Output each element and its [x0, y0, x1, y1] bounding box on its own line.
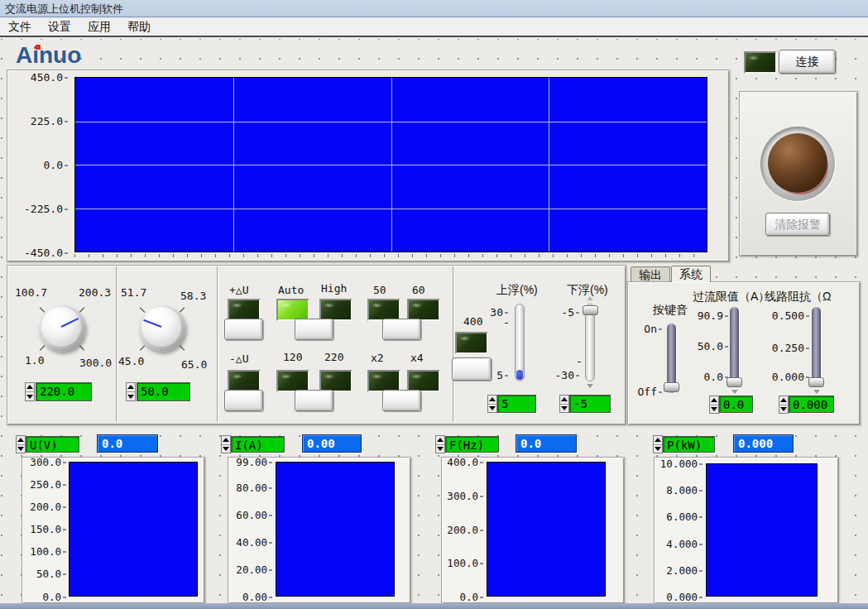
frequency-spinner[interactable]	[126, 382, 136, 401]
voltage-spinner[interactable]	[25, 382, 35, 401]
slider-down-arrow-icon[interactable]	[587, 384, 593, 388]
y-tick-label: 150.0	[25, 523, 66, 535]
over-current-slider[interactable]	[730, 307, 739, 386]
panel-divider	[453, 266, 453, 422]
slider-down-arrow-icon[interactable]	[731, 390, 738, 394]
line-impedance-slider[interactable]	[812, 307, 821, 386]
gridline	[549, 78, 549, 252]
hz60-label: 60	[412, 284, 425, 296]
du-plus-led-icon	[228, 299, 261, 321]
brand-logo-text: Ainuo	[16, 42, 81, 68]
over-current-title: 过流限值（A）	[693, 290, 770, 304]
frequency-scale-label: 51.7	[121, 286, 146, 299]
over-current-value-field[interactable]: 0.0	[719, 396, 753, 413]
y-tick-label: 100.0	[25, 545, 66, 558]
y-tick-label: 0.000	[659, 591, 703, 603]
over-current-spinner[interactable]	[709, 396, 719, 414]
y-tick-label: 225.0	[7, 115, 68, 127]
tab-output[interactable]: 输出	[631, 266, 670, 282]
high-led-icon	[319, 299, 352, 321]
title-bar[interactable]: 交流电源上位机控制软件	[0, 0, 868, 17]
main-waveform-plot	[74, 77, 707, 252]
window-bottom-edge	[0, 603, 868, 609]
meter-u-spinner[interactable]	[16, 435, 26, 453]
voltage-knob[interactable]	[39, 305, 85, 352]
meter-p-ring-selector[interactable]: P(kW)	[663, 436, 715, 453]
voltage-scale-label: 300.0	[79, 357, 112, 369]
float-down-value-field[interactable]: -5	[569, 395, 611, 413]
du-plus-button[interactable]	[224, 319, 263, 340]
hz50-hz60-button[interactable]	[382, 319, 421, 340]
meter-f-spinner[interactable]	[435, 435, 445, 453]
key-sound-slider-thumb[interactable]	[664, 382, 679, 392]
y-tick-label: 0.00	[234, 591, 272, 603]
meter-f-plot	[487, 462, 606, 597]
meter-u-plot	[69, 462, 198, 597]
voltage-value-field[interactable]: 220.0	[36, 382, 92, 401]
panel-divider	[217, 266, 218, 422]
v220-led-icon	[319, 370, 352, 392]
y-tick-label: 4.000	[659, 538, 703, 550]
slider-tick-label: -30	[548, 369, 579, 381]
x2-led-icon	[367, 370, 400, 392]
meter-u-ring-selector[interactable]: U(V)	[26, 436, 79, 453]
x4-led-icon	[407, 370, 440, 392]
meter-f-ring-selector[interactable]: F(Hz)	[445, 436, 499, 453]
slider-tick-label: 5	[480, 369, 508, 381]
frequency-knob-face	[141, 307, 181, 347]
x2-x4-button[interactable]	[382, 390, 421, 411]
float-up-spinner[interactable]	[487, 395, 497, 413]
line-impedance-value-field[interactable]: 0.000	[789, 396, 834, 413]
auto-label: Auto	[278, 284, 304, 296]
menu-app[interactable]: 应用	[79, 18, 119, 36]
frequency-knob[interactable]	[139, 305, 185, 352]
float-up-slider-fill[interactable]	[516, 370, 523, 380]
auto-high-button[interactable]	[295, 319, 333, 340]
meter-i-ring-selector[interactable]: I(A)	[231, 436, 285, 453]
menu-help[interactable]: 帮助	[119, 18, 159, 36]
connect-status-led-icon	[744, 51, 777, 74]
float-up-value-field[interactable]: 5	[497, 395, 536, 413]
key-sound-on-label: On	[631, 323, 662, 335]
menu-settings[interactable]: 设置	[40, 18, 79, 36]
v220-label: 220	[324, 351, 343, 363]
frequency-knob-needle	[143, 319, 161, 328]
slider-tick-label: 0.0	[693, 371, 728, 383]
du-plus-label: +△U	[229, 284, 248, 296]
slider-tick-label: 90.9	[693, 309, 728, 322]
key-sound-off-label: Off	[625, 386, 662, 398]
over-current-slider-thumb[interactable]	[727, 377, 742, 387]
line-impedance-slider-thumb[interactable]	[808, 377, 824, 387]
alarm-indicator-lamp-icon	[768, 133, 827, 193]
voltage-scale-label: 200.3	[79, 286, 111, 299]
meter-p-spinner[interactable]	[653, 435, 663, 453]
v120-v220-button[interactable]	[295, 390, 333, 411]
tab-system[interactable]: 系统	[671, 266, 711, 282]
float-up-slider[interactable]	[515, 304, 525, 381]
voltage-scale-label: 1.0	[25, 354, 44, 367]
voltage-scale-label: 100.7	[15, 286, 47, 299]
slider-up-arrow-icon[interactable]	[587, 296, 593, 300]
float-down-slider[interactable]	[585, 304, 595, 381]
slider-tick-label: 30	[480, 306, 508, 319]
application-window: 交流电源上位机控制软件 文件 设置 应用 帮助 Ainuo 连接 450.0 2…	[0, 0, 868, 609]
y-tick-label: -450.0	[7, 247, 68, 259]
connect-button[interactable]: 连接	[779, 50, 836, 74]
meter-i-spinner[interactable]	[221, 435, 231, 453]
menu-file[interactable]: 文件	[0, 18, 40, 36]
float-down-spinner[interactable]	[559, 395, 569, 413]
y-tick-label: 60.00	[234, 509, 272, 521]
du-minus-button[interactable]	[224, 390, 263, 411]
meter-p-plot	[706, 463, 818, 597]
voltage-knob-face	[41, 307, 81, 347]
frequency-value-field[interactable]: 50.0	[137, 382, 190, 401]
y-tick-label: 2.000	[659, 564, 703, 577]
menu-bar: 文件 设置 应用 帮助	[0, 18, 868, 37]
slider-down-arrow-icon[interactable]	[813, 390, 820, 394]
float-down-slider-thumb[interactable]	[583, 305, 598, 315]
y-tick-label: 0.0	[7, 159, 68, 171]
clear-alarm-button[interactable]: 清除报警	[765, 213, 830, 236]
meter-f-display: 0.0	[516, 434, 577, 453]
y-tick-label: 100.0	[445, 557, 483, 569]
line-impedance-spinner[interactable]	[779, 396, 789, 414]
